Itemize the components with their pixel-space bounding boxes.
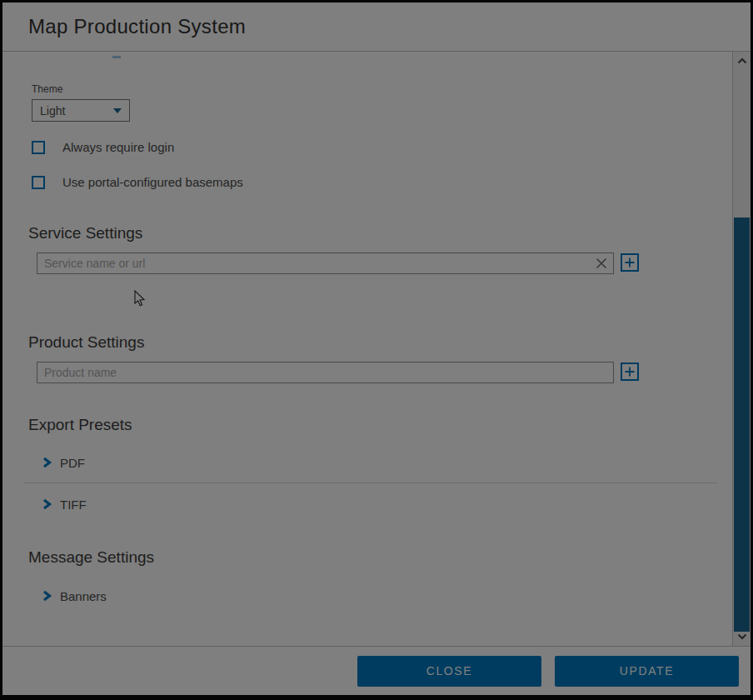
service-name-input[interactable] bbox=[37, 252, 614, 274]
product-name-input[interactable] bbox=[37, 362, 614, 383]
plus-add-icon bbox=[625, 258, 635, 268]
window-frame: Map Production System Theme Light Always… bbox=[0, 0, 753, 700]
preset-label: PDF bbox=[60, 456, 85, 470]
dialog-footer: CLOSE UPDATE bbox=[2, 646, 751, 695]
scrollbar-thumb[interactable] bbox=[734, 218, 750, 632]
theme-select[interactable]: Light bbox=[32, 99, 130, 122]
message-settings-title: Message Settings bbox=[28, 548, 732, 567]
close-button[interactable]: CLOSE bbox=[357, 656, 541, 687]
preset-divider bbox=[23, 482, 717, 483]
checkbox-label: Use portal-configured basemaps bbox=[62, 175, 243, 189]
portal-basemaps-checkbox[interactable] bbox=[32, 176, 45, 189]
product-input-row bbox=[37, 362, 732, 383]
dialog-header: Map Production System bbox=[2, 2, 751, 52]
always-require-login-row: Always require login bbox=[32, 140, 732, 154]
theme-label: Theme bbox=[32, 83, 732, 95]
scroll-down-icon[interactable] bbox=[733, 630, 751, 643]
checkbox-label: Always require login bbox=[62, 140, 174, 154]
export-preset-pdf[interactable]: PDF bbox=[42, 454, 732, 471]
service-input-wrap bbox=[37, 252, 614, 274]
portal-basemaps-row: Use portal-configured basemaps bbox=[32, 175, 732, 189]
page-title: Map Production System bbox=[28, 15, 246, 38]
theme-field: Theme Light bbox=[32, 83, 732, 122]
vertical-scrollbar[interactable] bbox=[732, 52, 751, 646]
plus-add-icon bbox=[625, 367, 635, 377]
chevron-right-icon bbox=[42, 457, 52, 468]
chevron-right-icon bbox=[42, 590, 52, 602]
message-banners[interactable]: Banners bbox=[42, 588, 732, 604]
scroll-up-icon[interactable] bbox=[733, 54, 751, 68]
scrolled-element-edge bbox=[112, 56, 121, 58]
always-require-login-checkbox[interactable] bbox=[32, 141, 45, 154]
theme-select-value: Light bbox=[40, 104, 65, 118]
add-product-button[interactable] bbox=[621, 362, 639, 381]
product-settings-title: Product Settings bbox=[28, 333, 732, 352]
add-service-button[interactable] bbox=[621, 253, 639, 272]
dialog-scroll-content: Theme Light Always require login Use por… bbox=[2, 52, 732, 646]
caret-down-icon bbox=[113, 108, 122, 113]
service-input-row bbox=[37, 252, 732, 274]
mouse-cursor bbox=[134, 290, 146, 311]
export-presets-title: Export Presets bbox=[28, 416, 732, 434]
service-settings-title: Service Settings bbox=[28, 224, 732, 242]
export-preset-tiff[interactable]: TIFF bbox=[42, 496, 732, 512]
update-button[interactable]: UPDATE bbox=[555, 656, 739, 687]
preset-label: Banners bbox=[60, 589, 107, 603]
chevron-right-icon bbox=[42, 498, 52, 510]
preset-label: TIFF bbox=[60, 498, 87, 512]
map-production-system-dialog: Map Production System Theme Light Always… bbox=[2, 2, 751, 695]
product-input-wrap bbox=[37, 362, 614, 383]
x-clear-icon[interactable] bbox=[596, 258, 607, 269]
